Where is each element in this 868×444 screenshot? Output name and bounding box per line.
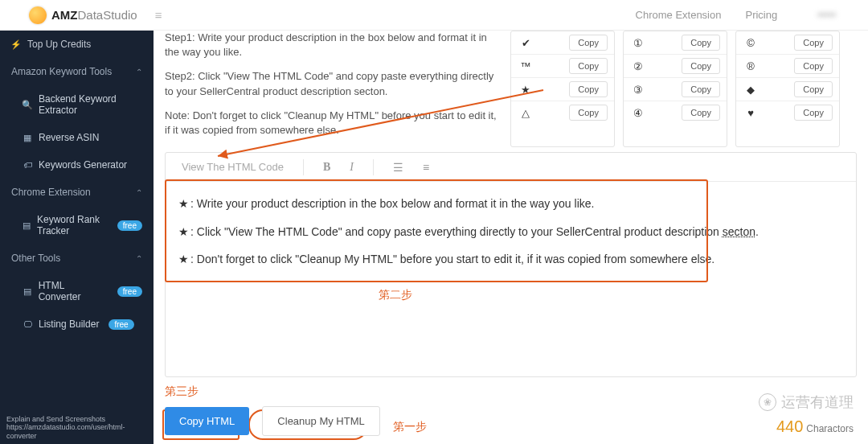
symbol-column-3: ©Copy ®Copy ◆Copy ♥Copy (735, 31, 840, 147)
copy-button[interactable]: Copy (682, 58, 720, 74)
symbol-row: ③Copy (624, 78, 727, 101)
copy-button[interactable]: Copy (682, 81, 720, 97)
symbol: ④ (630, 107, 646, 119)
char-count-label: Charactors (806, 423, 854, 434)
sidebar-item-label: Listing Builder (39, 319, 99, 330)
editor-toolbar: View The HTML Code B I ☰ ≡ (166, 153, 856, 182)
logo[interactable]: AMZDataStudio (29, 6, 137, 24)
copy-button[interactable]: Copy (794, 105, 833, 121)
symbol-tables: ✔Copy ™Copy ★Copy △Copy ①Copy ②Copy ③Cop… (510, 31, 840, 147)
symbol: ™ (518, 60, 534, 72)
instruction-step1: Step1: Write your product description in… (165, 31, 502, 60)
editor-line-text: Don't forget to click "Cleanup My HTML" … (197, 253, 714, 265)
sidebar-group-label: Amazon Keyword Tools (11, 66, 112, 77)
sidebar-footer: Explain and Send Screenshots https://amz… (6, 415, 147, 441)
logo-icon (29, 6, 47, 24)
copy-button[interactable]: Copy (794, 81, 833, 97)
sidebar-item-label: HTML Converter (39, 280, 108, 302)
editor-line: ★: Click "View The HTML Code" and copy p… (178, 221, 843, 243)
star-icon: ★ (178, 225, 189, 238)
chevron-up-icon: ⌃ (136, 68, 142, 76)
bold-icon[interactable]: B (318, 158, 335, 176)
copy-button[interactable]: Copy (682, 105, 720, 121)
sidebar-group-label: Chrome Extension (11, 187, 91, 198)
nav-pricing[interactable]: Pricing (745, 9, 777, 21)
annotation-label-step2: 第二步 (379, 288, 412, 302)
copy-button[interactable]: Copy (569, 35, 608, 51)
symbol: ® (743, 60, 759, 72)
italic-icon[interactable]: I (345, 158, 358, 176)
sidebar-group-chrome-extension[interactable]: Chrome Extension ⌃ (0, 179, 154, 206)
symbol-row: ◆Copy (736, 78, 839, 101)
logo-text: AMZDataStudio (51, 8, 137, 22)
logo-light: DataStudio (78, 8, 137, 22)
nav-account-blurred[interactable]: ••••• (801, 7, 852, 23)
copy-button[interactable]: Copy (794, 35, 833, 51)
symbol-column-2: ①Copy ②Copy ③Copy ④Copy (623, 31, 727, 147)
screen-icon: 🖵 (23, 319, 32, 329)
tag-icon: 🏷 (23, 160, 32, 170)
sidebar-group-amazon-keyword[interactable]: Amazon Keyword Tools ⌃ (0, 58, 154, 85)
sidebar-topup[interactable]: ⚡ Top Up Credits (0, 31, 154, 58)
sidebar-group-other-tools[interactable]: Other Tools ⌃ (0, 245, 154, 272)
symbol-row: ™Copy (511, 55, 614, 78)
sidebar-item-label: Keyword Rank Tracker (37, 214, 108, 236)
sidebar-item-label: Reverse ASIN (39, 132, 99, 143)
hamburger-icon[interactable]: ≡ (155, 8, 162, 22)
copy-button[interactable]: Copy (794, 58, 833, 74)
symbol-row: ④Copy (624, 101, 727, 124)
sidebar-topup-label: Top Up Credits (27, 39, 91, 50)
bolt-icon: ⚡ (11, 39, 21, 50)
editor-content[interactable]: ★: Write your product description in the… (166, 182, 856, 288)
symbol-row: ②Copy (624, 55, 727, 78)
sidebar-item-keywords-generator[interactable]: 🏷 Keywords Generator (0, 151, 154, 179)
free-badge: free (117, 286, 142, 297)
view-html-button[interactable]: View The HTML Code (177, 158, 289, 176)
sidebar-item-backend-keyword-extractor[interactable]: 🔍 Backend Keyword Extractor (0, 85, 154, 124)
sidebar-item-label: Keywords Generator (39, 159, 127, 171)
symbol-row: ★Copy (511, 78, 614, 101)
ordered-list-icon[interactable]: ☰ (388, 158, 408, 176)
symbol-row: ♥Copy (736, 101, 839, 124)
footer-line1: Explain and Send Screenshots (6, 415, 147, 424)
copy-button[interactable]: Copy (682, 35, 720, 51)
sidebar-item-keyword-rank-tracker[interactable]: ▤ Keyword Rank Tracker free (0, 206, 154, 245)
symbol-row: ①Copy (624, 31, 727, 55)
chart-icon: ▤ (23, 220, 31, 231)
sidebar-item-html-converter[interactable]: ▤ HTML Converter free (0, 272, 154, 310)
symbol-column-1: ✔Copy ™Copy ★Copy △Copy (510, 31, 615, 147)
logo-main: AMZ (51, 8, 78, 22)
symbol: ② (630, 60, 646, 72)
unordered-list-icon[interactable]: ≡ (418, 158, 434, 176)
annotation-label-step3: 第三步 (165, 384, 199, 399)
watermark: ❀ 运营有道理 (759, 393, 854, 412)
copy-button[interactable]: Copy (569, 58, 608, 74)
symbol: © (743, 37, 759, 49)
footer-url[interactable]: https://amzdatastudio.com/user/html-conv… (6, 423, 125, 440)
copy-button[interactable]: Copy (569, 81, 608, 97)
sidebar-item-reverse-asin[interactable]: ▦ Reverse ASIN (0, 124, 154, 151)
symbol: △ (518, 107, 534, 119)
cleanup-html-button[interactable]: Cleanup My HTML (262, 406, 379, 436)
sidebar-item-listing-builder[interactable]: 🖵 Listing Builder free (0, 310, 154, 338)
symbol: ① (630, 37, 646, 49)
watermark-text: 运营有道理 (781, 393, 854, 412)
symbol: ◆ (743, 84, 759, 96)
symbol-row: ✔Copy (511, 31, 614, 55)
sidebar-item-label: Backend Keyword Extractor (39, 93, 142, 116)
search-icon: 🔍 (23, 100, 32, 110)
symbol: ♥ (743, 107, 759, 119)
star-icon: ★ (178, 253, 189, 265)
editor-line: ★: Don't forget to click "Cleanup My HTM… (178, 249, 843, 270)
editor: View The HTML Code B I ☰ ≡ ★: Write your… (165, 152, 857, 377)
copy-button[interactable]: Copy (569, 105, 608, 121)
symbol: ★ (518, 84, 534, 96)
char-count-number: 440 (776, 417, 803, 436)
symbol-row: ©Copy (736, 31, 839, 55)
chevron-up-icon: ⌃ (136, 188, 142, 197)
nav-chrome-extension[interactable]: Chrome Extension (636, 9, 722, 21)
copy-html-button[interactable]: Copy HTML (165, 407, 249, 435)
symbol: ✔ (518, 37, 534, 49)
chevron-up-icon: ⌃ (136, 254, 142, 263)
editor-line: ★: Write your product description in the… (178, 193, 843, 215)
